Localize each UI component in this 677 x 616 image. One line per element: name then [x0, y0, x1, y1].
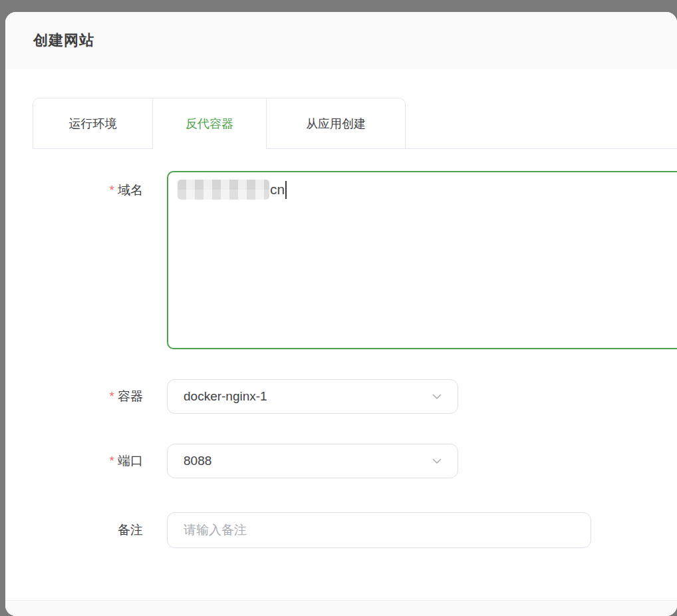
tab-reverse-proxy-container[interactable]: 反代容器 [152, 98, 266, 148]
create-website-form: *域名 cn *容器 docker-nginx-1 [5, 171, 677, 548]
remark-label: 备注 [5, 522, 143, 539]
domain-label: *域名 [5, 171, 143, 199]
tab-runtime-environment[interactable]: 运行环境 [33, 98, 152, 148]
tab-label: 反代容器 [186, 116, 233, 132]
form-row-container: *容器 docker-nginx-1 [5, 379, 677, 414]
required-asterisk: * [110, 389, 114, 403]
tab-label: 从应用创建 [306, 116, 366, 132]
chevron-down-icon[interactable] [431, 455, 443, 467]
form-row-remark: 备注 [5, 512, 677, 548]
tab-nav: 运行环境 反代容器 从应用创建 [33, 98, 406, 148]
required-asterisk: * [110, 454, 114, 468]
form-row-port: *端口 8088 [5, 444, 677, 478]
container-label: *容器 [5, 388, 143, 405]
text-cursor [285, 181, 287, 199]
tab-label: 运行环境 [69, 116, 117, 132]
domain-value-line: cn [178, 180, 676, 200]
domain-visible-text: cn [270, 182, 285, 198]
container-select-value: docker-nginx-1 [184, 389, 267, 404]
container-select[interactable]: docker-nginx-1 [167, 379, 458, 414]
chevron-down-icon[interactable] [431, 390, 443, 402]
port-select[interactable]: 8088 [167, 444, 458, 478]
required-asterisk: * [110, 183, 114, 197]
domain-textarea[interactable]: cn [167, 171, 677, 349]
remark-input[interactable] [167, 512, 591, 548]
port-select-value: 8088 [184, 454, 211, 468]
page-title: 创建网站 [33, 31, 94, 51]
create-website-dialog: 创建网站 运行环境 反代容器 从应用创建 *域名 [5, 12, 677, 616]
dialog-header: 创建网站 [5, 12, 677, 69]
port-label: *端口 [5, 452, 143, 470]
dialog-footer [5, 600, 677, 616]
tab-create-from-app[interactable]: 从应用创建 [266, 98, 405, 148]
redacted-domain-blur [178, 180, 269, 200]
tab-bar: 运行环境 反代容器 从应用创建 [33, 98, 677, 149]
form-row-domain: *域名 cn [5, 171, 677, 349]
dialog-body: 运行环境 反代容器 从应用创建 *域名 cn [5, 69, 677, 600]
